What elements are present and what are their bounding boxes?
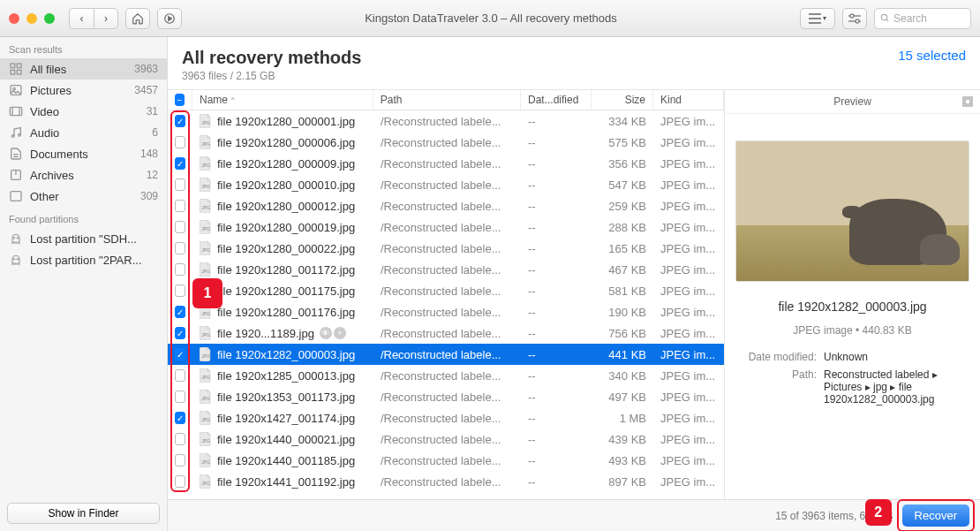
file-kind: JPEG im...	[653, 412, 724, 425]
svg-text:JPG: JPG	[201, 375, 210, 380]
sidebar-item-count: 6	[152, 126, 158, 139]
search-input[interactable]: Search	[874, 8, 971, 29]
file-date: --	[521, 242, 592, 255]
row-checkbox[interactable]	[175, 391, 185, 403]
table-row[interactable]: JPGfile 1920x1280_000006.jpg /Reconstruc…	[168, 132, 724, 153]
row-checkbox[interactable]	[175, 263, 185, 276]
sidebar-item-pictures[interactable]: Pictures3457	[0, 80, 167, 101]
home-button[interactable]	[125, 8, 150, 29]
selected-count: 15 selected	[898, 48, 966, 63]
file-path: /Reconstructed labele...	[373, 263, 521, 277]
row-checkbox[interactable]	[175, 433, 185, 445]
settings-button[interactable]	[842, 8, 867, 29]
table-row[interactable]: ✓ JPGfile 1920x1280_000009.jpg /Reconstr…	[168, 153, 724, 174]
file-date: --	[521, 221, 592, 234]
file-path: /Reconstructed labele...	[373, 200, 521, 213]
minimize-window-icon[interactable]	[26, 13, 37, 24]
column-kind[interactable]: Kind	[653, 90, 724, 110]
sidebar-item-documents[interactable]: Documents148	[0, 143, 167, 164]
row-checkbox[interactable]	[175, 284, 185, 297]
column-date[interactable]: Dat...dified	[521, 90, 592, 110]
table-row[interactable]: JPGfile 1920x1441_001192.jpg /Reconstruc…	[168, 471, 724, 492]
search-icon	[880, 13, 890, 23]
column-size[interactable]: Size	[592, 90, 653, 110]
table-row[interactable]: JPGfile 1920x1280_000019.jpg /Reconstruc…	[168, 216, 724, 238]
file-path: /Reconstructed labele...	[373, 115, 521, 128]
table-row[interactable]: ✓ JPGfile 1920x1282_000003.jpg /Reconstr…	[168, 344, 724, 365]
table-row[interactable]: JPGfile 1920x1280_001172.jpg /Reconstruc…	[168, 259, 724, 280]
sidebar-item-all[interactable]: All files3963	[0, 58, 167, 80]
column-path[interactable]: Path	[373, 90, 521, 110]
page-subtitle: 3963 files / 2.15 GB	[182, 70, 361, 82]
svg-line-9	[886, 19, 888, 21]
row-checkbox[interactable]: ✓	[175, 327, 185, 339]
table-row[interactable]: JPGfile 1920x1280_001175.jpg /Reconstruc…	[168, 280, 724, 301]
back-button[interactable]: ‹	[69, 8, 94, 29]
table-header: − Name⌃ Path Dat...dified Size Kind	[168, 90, 724, 110]
sidebar-partition-item[interactable]: Lost partition "2PAR...	[0, 249, 167, 270]
file-size: 1 MB	[592, 412, 653, 425]
table-row[interactable]: ✓ JPGfile 1920x1427_001174.jpg /Reconstr…	[168, 407, 724, 429]
forward-button[interactable]: ›	[94, 8, 118, 29]
sidebar-item-label: Lost partition "2PAR...	[30, 254, 158, 267]
row-checkbox[interactable]: ✓	[175, 306, 185, 318]
row-checkbox[interactable]	[175, 200, 185, 212]
file-name: file 1920x1285_000013.jpg	[217, 369, 355, 383]
add-icon[interactable]: +	[334, 327, 346, 339]
row-checkbox[interactable]	[175, 475, 185, 488]
ghost-icon	[9, 231, 23, 246]
row-checkbox[interactable]: ✓	[175, 348, 185, 360]
row-checkbox[interactable]: ✓	[175, 412, 185, 424]
table-row[interactable]: JPGfile 1920x1280_000012.jpg /Reconstruc…	[168, 195, 724, 216]
close-window-icon[interactable]	[9, 13, 19, 24]
table-row[interactable]: JPGfile 1920x1353_001173.jpg /Reconstruc…	[168, 386, 724, 407]
column-name[interactable]: Name⌃	[192, 90, 373, 110]
row-checkbox[interactable]	[175, 454, 185, 467]
file-path: /Reconstructed labele...	[373, 454, 521, 467]
preview-icon[interactable]: 👁	[320, 327, 332, 339]
row-checkbox[interactable]	[175, 221, 185, 233]
file-kind: JPEG im...	[653, 263, 724, 277]
row-checkbox[interactable]	[175, 136, 185, 148]
sidebar-item-archives[interactable]: Archives12	[0, 164, 167, 186]
zoom-window-icon[interactable]	[44, 13, 55, 24]
svg-text:JPG: JPG	[201, 459, 210, 465]
file-size: 897 KB	[592, 475, 653, 489]
table-row[interactable]: JPGfile 1920x1440_000021.jpg /Reconstruc…	[168, 429, 724, 450]
file-date: --	[521, 369, 592, 383]
table-row[interactable]: JPGfile 1920x1280_000022.jpg /Reconstruc…	[168, 238, 724, 259]
file-size: 356 KB	[592, 157, 653, 171]
row-checkbox[interactable]: ✓	[175, 115, 185, 127]
row-checkbox[interactable]	[175, 369, 185, 382]
sidebar-partition-item[interactable]: Lost partition "SDH...	[0, 228, 167, 249]
svg-text:JPG: JPG	[201, 481, 210, 486]
sidebar-item-label: Lost partition "SDH...	[30, 232, 158, 246]
row-checkbox[interactable]	[175, 178, 185, 191]
sidebar-item-audio[interactable]: Audio6	[0, 122, 167, 143]
expand-preview-icon[interactable]	[962, 96, 973, 107]
row-checkbox[interactable]: ✓	[175, 157, 185, 170]
svg-point-15	[13, 87, 16, 90]
table-row[interactable]: JPGfile 1920x1280_000010.jpg /Reconstruc…	[168, 174, 724, 195]
select-all-checkbox[interactable]: −	[175, 94, 185, 106]
table-row[interactable]: JPGfile 1920x1440_001185.jpg /Reconstruc…	[168, 450, 724, 471]
table-row[interactable]: ✓ JPGfile 1920x1280_001176.jpg /Reconstr…	[168, 301, 724, 322]
table-row[interactable]: ✓ JPGfile 1920...1189.jpg👁+ /Reconstruct…	[168, 322, 724, 344]
file-name: file 1920x1441_001192.jpg	[217, 475, 355, 489]
row-checkbox[interactable]	[175, 242, 185, 254]
show-in-finder-button[interactable]: Show in Finder	[7, 503, 160, 524]
annotation-1: 1	[192, 278, 222, 308]
sidebar-item-other[interactable]: Other309	[0, 186, 167, 207]
sidebar-item-video[interactable]: Video31	[0, 101, 167, 122]
sidebar-item-label: All files	[30, 63, 127, 76]
file-icon: JPG	[200, 135, 212, 149]
rescan-button[interactable]	[157, 8, 182, 29]
svg-rect-13	[17, 70, 21, 74]
table-row[interactable]: JPGfile 1920x1285_000013.jpg /Reconstruc…	[168, 365, 724, 386]
file-list[interactable]: 1 ✓ JPGfile 1920x1280_000001.jpg /Recons…	[168, 110, 724, 499]
sidebar: Scan results All files3963Pictures3457Vi…	[0, 37, 168, 531]
recover-button[interactable]: Recover	[902, 504, 969, 527]
nav-back-forward: ‹ ›	[69, 8, 118, 29]
table-row[interactable]: ✓ JPGfile 1920x1280_000001.jpg /Reconstr…	[168, 110, 724, 132]
view-mode-button[interactable]: ▾	[800, 8, 835, 29]
